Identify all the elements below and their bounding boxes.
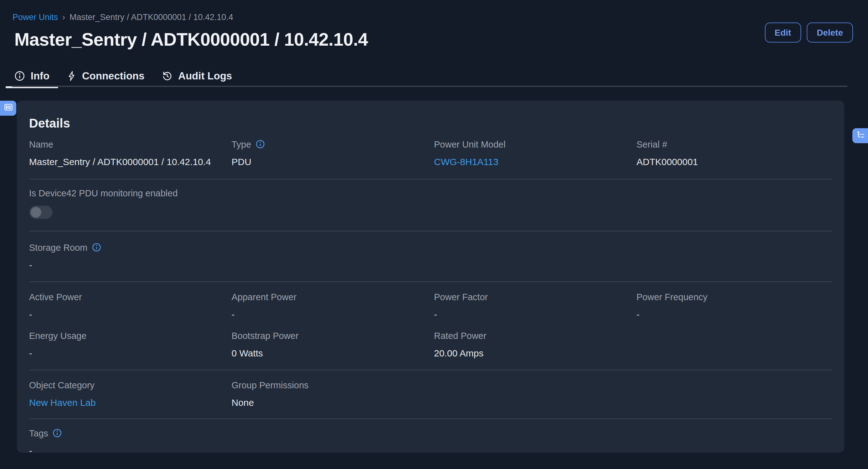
power-unit-model-link[interactable]: CWG-8H1A113 [434, 156, 498, 167]
info-icon[interactable] [53, 428, 62, 438]
field-bootstrap-power: Bootstrap Power 0 Watts [231, 330, 427, 359]
tab-connections[interactable]: Connections [58, 65, 153, 86]
delete-button[interactable]: Delete [807, 23, 853, 42]
name-value: Master_Sentry / ADTK0000001 / 10.42.10.4 [29, 156, 224, 167]
tab-info-label: Info [31, 70, 50, 82]
name-label: Name [29, 139, 53, 149]
tree-icon [856, 130, 865, 141]
field-apparent-power: Apparent Power - [231, 292, 427, 320]
history-icon [162, 70, 173, 81]
section-storage-room: Storage Room - [29, 230, 832, 281]
header-actions: Edit Delete [765, 23, 853, 42]
object-category-link[interactable]: New Haven Lab [29, 397, 96, 407]
breadcrumb: Power Units › Master_Sentry / ADTK000000… [12, 12, 233, 22]
power-unit-detail-page: Power Units › Master_Sentry / ADTK000000… [0, 0, 868, 469]
energy-usage-value: - [29, 347, 224, 359]
tab-bar-divider [12, 86, 847, 87]
pdu-monitoring-toggle[interactable] [29, 205, 52, 218]
serial-value: ADTK0000001 [637, 156, 832, 167]
type-value: PDU [231, 156, 427, 167]
field-power-unit-model: Power Unit Model CWG-8H1A113 [434, 139, 629, 167]
power-unit-model-label: Power Unit Model [434, 139, 505, 149]
field-rated-power: Rated Power 20.00 Amps [434, 330, 629, 359]
breadcrumb-link-power-units[interactable]: Power Units [12, 12, 58, 22]
breadcrumb-separator: › [62, 12, 65, 22]
rated-power-label: Rated Power [434, 330, 487, 341]
edit-button[interactable]: Edit [765, 23, 801, 42]
field-type: Type PDU [231, 139, 427, 167]
active-power-label: Active Power [29, 292, 82, 302]
type-label: Type [231, 139, 251, 149]
section-identity: Name Master_Sentry / ADTK0000001 / 10.42… [29, 139, 832, 179]
field-power-frequency: Power Frequency - [637, 292, 832, 320]
field-empty [637, 330, 832, 359]
section-monitoring: Is Device42 PDU monitoring enabled [29, 179, 832, 230]
bootstrap-power-value: 0 Watts [231, 347, 427, 359]
info-icon [14, 70, 25, 81]
list-icon [3, 102, 13, 114]
power-metrics-row-1: Active Power - Apparent Power - Power Fa… [29, 292, 832, 320]
energy-usage-label: Energy Usage [29, 330, 87, 341]
toggle-knob [30, 207, 41, 217]
tab-audit-logs-label: Audit Logs [178, 70, 232, 82]
active-power-value: - [29, 309, 224, 320]
apparent-power-value: - [231, 309, 427, 320]
object-category-label: Object Category [29, 380, 95, 390]
group-permissions-label: Group Permissions [231, 380, 309, 390]
list-view-button[interactable] [0, 101, 16, 116]
monitoring-label: Is Device42 PDU monitoring enabled [29, 188, 178, 198]
rated-power-value: 20.00 Amps [434, 347, 629, 359]
field-object-category: Object Category New Haven Lab [29, 380, 224, 408]
details-title: Details [29, 100, 832, 130]
lightning-icon [67, 70, 76, 81]
details-card: Details Name Master_Sentry / ADTK0000001… [17, 100, 844, 452]
info-icon[interactable] [92, 243, 101, 252]
section-category: Object Category New Haven Lab Group Perm… [29, 369, 832, 418]
tab-connections-label: Connections [82, 70, 145, 82]
field-name: Name Master_Sentry / ADTK0000001 / 10.42… [29, 139, 224, 167]
power-factor-label: Power Factor [434, 292, 488, 302]
section-power-metrics: Active Power - Apparent Power - Power Fa… [29, 281, 832, 369]
power-factor-value: - [434, 309, 629, 320]
info-icon[interactable] [256, 140, 265, 149]
field-active-power: Active Power - [29, 292, 224, 320]
field-power-factor: Power Factor - [434, 292, 629, 320]
breadcrumb-current: Master_Sentry / ADTK0000001 / 10.42.10.4 [70, 12, 234, 22]
field-group-permissions: Group Permissions None [231, 380, 427, 408]
tab-audit-logs[interactable]: Audit Logs [153, 65, 241, 86]
page-title: Master_Sentry / ADTK0000001 / 10.42.10.4 [14, 29, 368, 50]
power-frequency-label: Power Frequency [637, 292, 707, 302]
storage-room-value: - [29, 259, 832, 270]
bootstrap-power-label: Bootstrap Power [231, 330, 299, 341]
tags-label: Tags [29, 428, 48, 438]
tags-value: - [29, 445, 832, 456]
power-metrics-row-2: Energy Usage - Bootstrap Power 0 Watts R… [29, 330, 832, 359]
apparent-power-label: Apparent Power [231, 292, 297, 302]
tree-view-button[interactable] [852, 128, 868, 143]
field-serial: Serial # ADTK0000001 [637, 139, 832, 167]
group-permissions-value: None [231, 397, 427, 408]
tab-bar: Info Connections Audit Logs [6, 65, 241, 86]
tab-info[interactable]: Info [6, 65, 58, 86]
serial-label: Serial # [637, 139, 667, 149]
storage-room-label: Storage Room [29, 242, 88, 252]
field-energy-usage: Energy Usage - [29, 330, 224, 359]
power-frequency-value: - [637, 309, 832, 320]
section-tags: Tags - [29, 418, 832, 456]
